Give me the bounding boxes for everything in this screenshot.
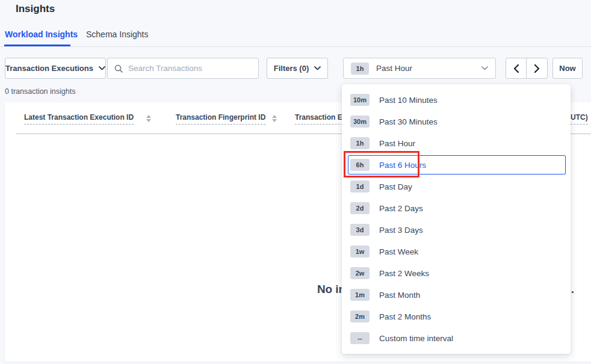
interval-badge: 10m — [350, 94, 370, 106]
column-header-label: UTC) — [571, 113, 588, 125]
now-button[interactable]: Now — [552, 58, 583, 79]
filters-label: Filters (0) — [274, 64, 309, 73]
interval-label: Past 3 Days — [379, 226, 423, 235]
interval-badge: 1m — [350, 289, 370, 301]
dropdown-item-past-6-hours[interactable]: 6h Past 6 Hours — [342, 154, 571, 176]
time-interval-badge: 1h — [351, 63, 369, 75]
chevron-down-icon — [314, 66, 321, 70]
time-interval-label: Past Hour — [376, 64, 474, 73]
time-interval-dropdown: 10m Past 10 Minutes 30m Past 30 Minutes … — [342, 84, 571, 354]
search-icon — [114, 64, 123, 73]
column-header-utc[interactable]: UTC) — [571, 113, 588, 125]
interval-label: Past 6 Hours — [379, 161, 426, 170]
interval-label: Custom time interval — [379, 334, 453, 343]
dropdown-item-past-2-months[interactable]: 2m Past 2 Months — [342, 306, 571, 327]
column-header-label: Latest Transaction Execution ID — [24, 113, 134, 125]
search-transactions-box[interactable] — [107, 58, 259, 79]
column-header-transaction-execution[interactable]: Transaction Ex — [295, 113, 346, 125]
workload-type-label: Transaction Executions — [5, 64, 93, 73]
dropdown-item-past-hour[interactable]: 1h Past Hour — [342, 132, 571, 154]
workload-type-select[interactable]: Transaction Executions — [5, 58, 106, 79]
next-interval-button[interactable] — [527, 58, 547, 78]
dropdown-item-past-3-days[interactable]: 3d Past 3 Days — [342, 219, 571, 241]
tab-workload-insights[interactable]: Workload Insights — [5, 29, 78, 39]
interval-badge: 2m — [350, 310, 370, 322]
interval-label: Past Week — [379, 247, 418, 256]
dropdown-item-past-2-weeks[interactable]: 2w Past 2 Weeks — [342, 262, 571, 284]
search-transactions-input[interactable] — [128, 64, 252, 73]
chevron-down-icon — [99, 66, 105, 70]
now-label: Now — [559, 64, 575, 73]
column-header-label: Transaction Ex — [295, 113, 346, 125]
interval-badge: -- — [350, 332, 370, 344]
time-interval-select[interactable]: 1h Past Hour — [343, 58, 496, 79]
page-title: Insights — [16, 3, 55, 15]
tabs-divider — [0, 46, 591, 47]
dropdown-item-custom-time-interval[interactable]: -- Custom time interval — [342, 327, 571, 349]
interval-label: Past 2 Months — [379, 312, 431, 321]
dropdown-item-past-month[interactable]: 1m Past Month — [342, 284, 571, 306]
sort-icon[interactable] — [272, 114, 277, 122]
dropdown-item-past-10-minutes[interactable]: 10m Past 10 Minutes — [342, 89, 571, 111]
column-header-label: Transaction Fingerprint ID — [176, 113, 265, 125]
sort-icon[interactable] — [146, 114, 151, 122]
interval-badge: 1w — [350, 245, 370, 258]
interval-label: Past Month — [379, 291, 420, 300]
dropdown-item-past-week[interactable]: 1w Past Week — [342, 241, 571, 262]
interval-label: Past Hour — [379, 139, 415, 148]
interval-label: Past 10 Minutes — [379, 96, 438, 105]
previous-interval-button[interactable] — [506, 58, 527, 78]
interval-label: Past 2 Days — [379, 204, 423, 213]
tab-schema-insights[interactable]: Schema Insights — [86, 29, 149, 39]
dropdown-item-past-day[interactable]: 1d Past Day — [342, 176, 571, 197]
interval-badge: 3d — [350, 224, 370, 236]
time-nav-group — [506, 58, 548, 79]
interval-badge: 1h — [350, 137, 370, 149]
interval-badge: 2d — [350, 202, 370, 214]
interval-label: Past 2 Weeks — [379, 269, 429, 278]
interval-badge: 30m — [350, 116, 370, 128]
column-header-transaction-fingerprint-id[interactable]: Transaction Fingerprint ID — [176, 113, 265, 125]
interval-badge: 2w — [350, 267, 370, 279]
interval-badge: 6h — [350, 159, 370, 171]
interval-badge: 1d — [350, 180, 370, 193]
insights-count: 0 transaction insights — [5, 87, 75, 96]
column-header-latest-transaction-execution-id[interactable]: Latest Transaction Execution ID — [24, 113, 134, 125]
chevron-down-icon — [481, 66, 488, 70]
dropdown-item-past-2-days[interactable]: 2d Past 2 Days — [342, 197, 571, 219]
dropdown-item-past-30-minutes[interactable]: 30m Past 30 Minutes — [342, 111, 571, 132]
filters-button[interactable]: Filters (0) — [267, 58, 328, 79]
interval-label: Past 30 Minutes — [379, 117, 438, 126]
interval-label: Past Day — [379, 182, 412, 191]
